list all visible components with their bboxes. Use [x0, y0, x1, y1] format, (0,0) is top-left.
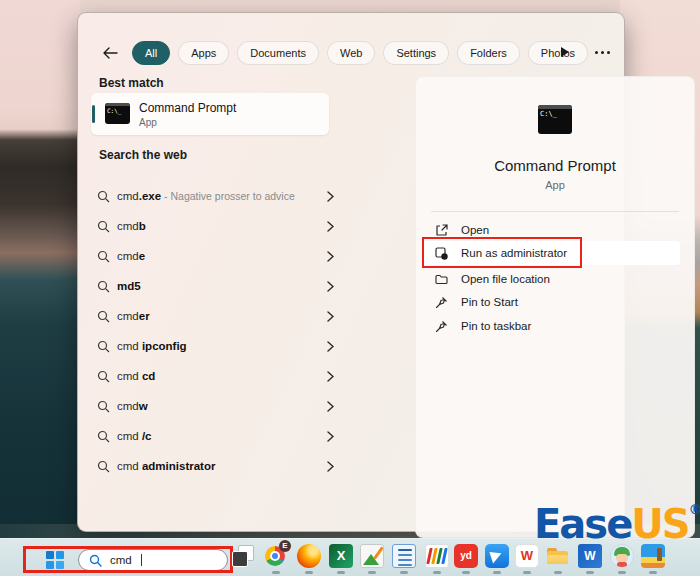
chevron-right-icon[interactable]	[327, 401, 334, 412]
chevron-right-icon[interactable]	[327, 221, 334, 232]
excel-icon[interactable]: X	[329, 544, 353, 568]
action-label: Pin to Start	[461, 296, 518, 308]
app-preview-pane: C:\_ Command Prompt App Open Run as admi…	[415, 76, 695, 538]
running-indicator	[493, 571, 501, 574]
chrome-icon[interactable]: E	[264, 544, 288, 568]
suggestion-text: cmde	[117, 250, 145, 262]
taskbar-search-input[interactable]: cmd	[78, 549, 228, 571]
search-icon	[97, 370, 117, 383]
best-match-app-name: Command Prompt	[139, 101, 236, 115]
paint-strokes-icon[interactable]	[425, 544, 449, 568]
web-suggestion-row[interactable]: cmd ipconfig	[91, 331, 338, 361]
running-indicator	[368, 571, 376, 574]
chevron-right-icon[interactable]	[327, 251, 334, 262]
preview-app-type: App	[416, 179, 694, 191]
suggestion-text: cmd ipconfig	[117, 340, 187, 352]
web-suggestion-row[interactable]: cmd cd	[91, 361, 338, 391]
running-indicator	[272, 571, 280, 574]
selection-accent-bar	[92, 105, 95, 123]
action-pin-to-start[interactable]: Pin to Start	[424, 291, 680, 313]
command-prompt-icon-large: C:\_	[538, 105, 572, 134]
web-suggestion-row[interactable]: cmder	[91, 301, 338, 331]
running-indicator	[554, 571, 562, 574]
notepad-icon[interactable]	[392, 544, 416, 568]
web-suggestion-row[interactable]: cmdb	[91, 211, 338, 241]
wallpaper-left-mountain	[0, 0, 80, 538]
action-open[interactable]: Open	[424, 219, 680, 241]
search-filter-tabs: All Apps Documents Web Settings Folders …	[100, 41, 588, 65]
web-suggestion-list: cmd.exe - Nagative prosser to advice cmd…	[91, 181, 338, 481]
firefox-icon[interactable]	[297, 544, 321, 568]
youdao-icon[interactable]: yd	[454, 544, 478, 568]
run-as-admin-icon	[434, 246, 448, 260]
best-match-header: Best match	[99, 76, 164, 90]
chevron-right-icon[interactable]	[327, 431, 334, 442]
search-icon	[97, 430, 117, 443]
suggestion-text: cmd.exe - Nagative prosser to advice	[117, 190, 295, 202]
action-label: Run as administrator	[461, 247, 567, 259]
game-app-icon[interactable]	[641, 544, 665, 568]
task-view-icon[interactable]	[231, 544, 255, 568]
web-suggestion-row[interactable]: cmdw	[91, 391, 338, 421]
photo-editor-icon[interactable]	[360, 544, 384, 568]
word-icon[interactable]: W	[578, 544, 602, 568]
more-options-icon[interactable]	[595, 51, 610, 54]
web-suggestion-row[interactable]: cmd.exe - Nagative prosser to advice	[91, 181, 338, 211]
back-button[interactable]	[100, 43, 120, 63]
chevron-right-icon[interactable]	[327, 371, 334, 382]
search-icon	[97, 460, 117, 473]
web-suggestion-row[interactable]: cmd administrator	[91, 451, 338, 481]
suggestion-text: cmdw	[117, 400, 148, 412]
tab-all[interactable]: All	[132, 41, 170, 65]
folder-icon	[434, 272, 448, 286]
tab-folders[interactable]: Folders	[457, 41, 520, 65]
wps-office-icon[interactable]: W	[515, 544, 539, 568]
web-suggestion-row[interactable]: md5	[91, 271, 338, 301]
search-the-web-header: Search the web	[99, 148, 187, 162]
running-indicator	[400, 571, 408, 574]
best-match-item[interactable]: C:\_ Command Prompt App	[91, 93, 329, 135]
suggestion-text: cmd cd	[117, 370, 155, 382]
search-icon	[97, 250, 117, 263]
chevron-right-icon[interactable]	[327, 341, 334, 352]
action-label: Open file location	[461, 273, 550, 285]
web-suggestion-row[interactable]: cmde	[91, 241, 338, 271]
running-indicator	[337, 571, 345, 574]
search-icon	[97, 400, 117, 413]
avatar-app-icon[interactable]	[610, 544, 634, 568]
search-query-text: cmd	[110, 554, 132, 566]
chevron-right-icon[interactable]	[327, 281, 334, 292]
web-suggestion-row[interactable]: cmd /c	[91, 421, 338, 451]
tab-web[interactable]: Web	[327, 41, 375, 65]
action-label: Pin to taskbar	[461, 320, 531, 332]
tab-documents[interactable]: Documents	[237, 41, 319, 65]
tab-photos[interactable]: Photos	[528, 41, 588, 65]
tab-settings[interactable]: Settings	[383, 41, 449, 65]
running-indicator	[462, 571, 470, 574]
chevron-right-icon[interactable]	[327, 311, 334, 322]
chevron-right-icon[interactable]	[327, 191, 334, 202]
preview-app-name: Command Prompt	[416, 157, 694, 174]
play-icon[interactable]	[561, 47, 569, 57]
action-pin-to-taskbar[interactable]: Pin to taskbar	[424, 315, 680, 337]
action-open-file-location[interactable]: Open file location	[424, 268, 680, 290]
tab-apps[interactable]: Apps	[178, 41, 229, 65]
search-flyout-panel: All Apps Documents Web Settings Folders …	[77, 12, 625, 532]
file-explorer-icon[interactable]	[546, 544, 570, 568]
easeus-watermark: EaseUS®	[534, 504, 700, 544]
suggestion-text: md5	[117, 280, 141, 292]
suggestion-text: cmd administrator	[117, 460, 215, 472]
running-indicator	[433, 571, 441, 574]
pin-icon	[434, 295, 448, 309]
search-icon	[97, 340, 117, 353]
start-button[interactable]	[46, 551, 64, 569]
chevron-right-icon[interactable]	[327, 461, 334, 472]
suggestion-text: cmdb	[117, 220, 146, 232]
divider	[431, 211, 679, 212]
search-icon	[97, 190, 117, 203]
open-icon	[434, 223, 448, 237]
messenger-icon[interactable]	[485, 544, 509, 568]
text-caret	[141, 554, 142, 566]
best-match-app-type: App	[139, 117, 157, 128]
action-run-as-administrator[interactable]: Run as administrator	[424, 241, 680, 265]
